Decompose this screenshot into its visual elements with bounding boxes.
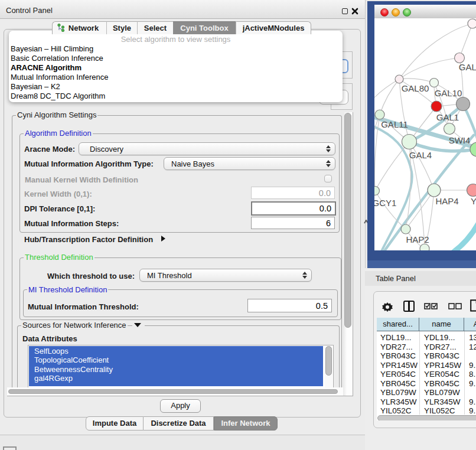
svg-text:GAL80: GAL80 <box>402 83 429 93</box>
svg-text:HAP4: HAP4 <box>435 196 458 206</box>
svg-text:GAL11: GAL11 <box>381 119 408 129</box>
svg-text:GAL10: GAL10 <box>435 88 462 98</box>
svg-text:GAL1: GAL1 <box>436 112 459 122</box>
svg-text:Y: Y <box>471 196 476 206</box>
svg-text:GCY1: GCY1 <box>374 198 396 208</box>
svg-text:HAP2: HAP2 <box>406 234 429 244</box>
svg-text:GAL7: GAL7 <box>459 62 476 72</box>
svg-text:GAL4: GAL4 <box>409 150 432 160</box>
svg-text:SWI4: SWI4 <box>449 135 471 145</box>
